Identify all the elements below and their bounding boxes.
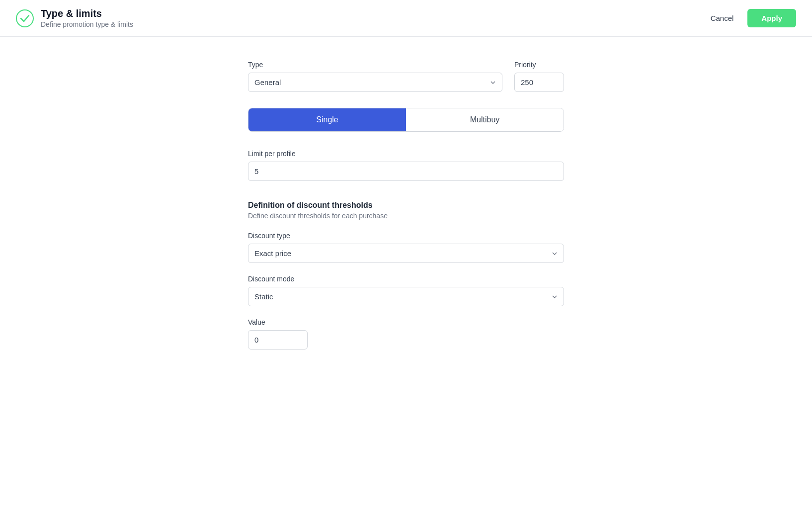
limit-group: Limit per profile xyxy=(248,150,564,181)
discount-mode-group: Discount mode Static Dynamic xyxy=(248,275,564,306)
priority-group: Priority xyxy=(514,61,564,92)
type-group: Type General Specific Category xyxy=(248,61,502,92)
value-input[interactable] xyxy=(248,330,308,350)
multibuy-toggle-button[interactable]: Multibuy xyxy=(406,108,564,131)
limit-input[interactable] xyxy=(248,162,564,181)
page-subtitle: Define promotion type & limits xyxy=(41,20,133,28)
value-group: Value xyxy=(248,318,564,350)
value-label: Value xyxy=(248,318,564,326)
discount-mode-label: Discount mode xyxy=(248,275,564,283)
priority-label: Priority xyxy=(514,61,564,69)
header-titles: Type & limits Define promotion type & li… xyxy=(41,8,133,28)
discount-section-heading: Definition of discount thresholds xyxy=(248,201,564,210)
main-content: Type General Specific Category Priority … xyxy=(232,37,580,393)
single-toggle-button[interactable]: Single xyxy=(248,108,406,131)
header-actions: Cancel Apply xyxy=(703,9,796,27)
type-priority-row: Type General Specific Category Priority xyxy=(248,61,564,92)
page-title: Type & limits xyxy=(41,8,133,19)
discount-type-select[interactable]: Exact price Percentage Fixed amount xyxy=(248,244,564,263)
discount-section: Definition of discount thresholds Define… xyxy=(248,201,564,350)
discount-mode-select[interactable]: Static Dynamic xyxy=(248,287,564,306)
discount-type-label: Discount type xyxy=(248,232,564,240)
svg-point-0 xyxy=(16,10,33,27)
header-left: Type & limits Define promotion type & li… xyxy=(16,8,703,28)
discount-type-group: Discount type Exact price Percentage Fix… xyxy=(248,232,564,263)
cancel-button[interactable]: Cancel xyxy=(703,10,742,26)
priority-input[interactable] xyxy=(514,73,564,92)
type-label: Type xyxy=(248,61,502,69)
type-select[interactable]: General Specific Category xyxy=(248,73,502,92)
limit-label: Limit per profile xyxy=(248,150,564,158)
discount-section-desc: Define discount thresholds for each purc… xyxy=(248,212,564,220)
check-circle-icon xyxy=(16,9,34,27)
toggle-container: Single Multibuy xyxy=(248,108,564,132)
apply-button[interactable]: Apply xyxy=(747,9,796,27)
page-header: Type & limits Define promotion type & li… xyxy=(0,0,812,37)
